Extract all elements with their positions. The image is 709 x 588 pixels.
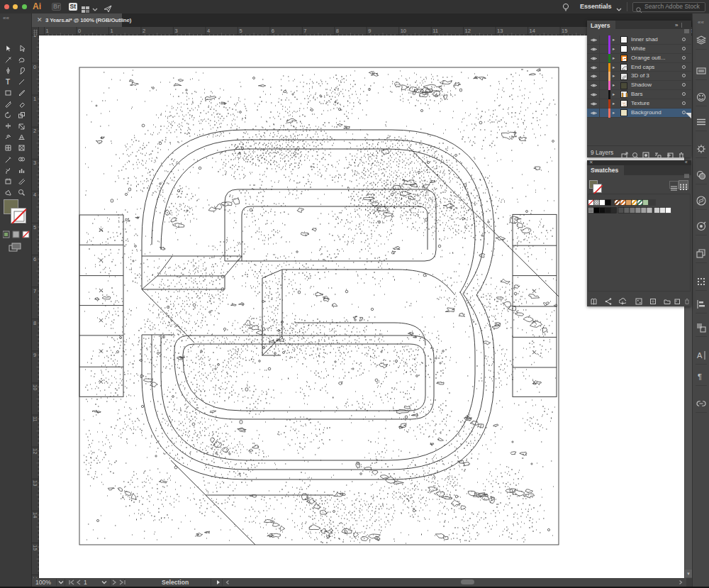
svg-text:¶: ¶ bbox=[698, 372, 702, 381]
svg-text:A: A bbox=[697, 351, 703, 360]
svg-text:T: T bbox=[6, 78, 10, 86]
